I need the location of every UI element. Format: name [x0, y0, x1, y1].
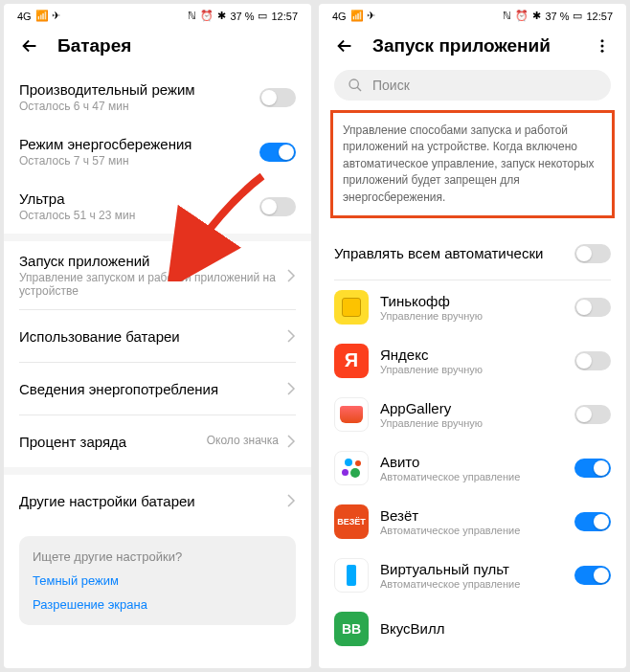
- divider: [4, 234, 311, 241]
- back-icon[interactable]: [334, 35, 355, 56]
- page-title: Запуск приложений: [372, 35, 551, 56]
- toggle-performance[interactable]: [259, 88, 296, 107]
- row-manage-all[interactable]: Управлять всем автоматически: [319, 228, 626, 280]
- toggle-ultra[interactable]: [259, 197, 296, 216]
- svg-point-0: [601, 39, 604, 42]
- toggle-app-remote[interactable]: [574, 566, 611, 585]
- alarm-icon: ⏰: [515, 10, 529, 22]
- more-icon[interactable]: [594, 37, 611, 55]
- battery-icon: ▭: [258, 10, 267, 22]
- app-icon-appgallery: [334, 397, 369, 432]
- svg-point-3: [349, 79, 358, 88]
- app-subtitle: Управление вручную: [380, 310, 563, 322]
- row-app-launch[interactable]: Запуск приложений Управление запуском и …: [4, 241, 311, 309]
- app-row-tinkoff[interactable]: Тинькофф Управление вручную: [319, 280, 626, 334]
- row-subtitle: Осталось 6 ч 47 мин: [19, 100, 259, 113]
- toggle-app-tinkoff[interactable]: [574, 298, 611, 317]
- battery-percent: 37 %: [545, 11, 569, 22]
- header: Батарея: [4, 26, 311, 70]
- info-description: Управление способами запуска и работой п…: [330, 110, 615, 218]
- app-icon-tinkoff: [334, 290, 369, 325]
- help-link-dark-mode[interactable]: Темный режим: [33, 573, 282, 588]
- search-input[interactable]: Поиск: [334, 70, 611, 101]
- screen-battery: 4G 📶 ✈ ℕ ⏰ ✱ 37 % ▭ 12:57 Батарея Произв…: [4, 4, 311, 668]
- toggle-app-appgallery[interactable]: [574, 405, 611, 424]
- chevron-right-icon: [286, 268, 296, 283]
- nfc-icon: ℕ: [503, 10, 511, 22]
- app-subtitle: Управление вручную: [380, 364, 563, 375]
- app-name: Яндекс: [380, 347, 563, 363]
- chevron-right-icon: [286, 434, 296, 449]
- signal-4g: 4G: [332, 11, 347, 22]
- svg-point-1: [601, 45, 604, 48]
- row-title: Ультра: [19, 190, 259, 207]
- chevron-right-icon: [286, 493, 296, 508]
- signal-4g: 4G: [17, 11, 32, 22]
- row-title: Управлять всем автоматически: [334, 245, 574, 261]
- app-name: ВкусВилл: [380, 620, 611, 637]
- help-link-resolution[interactable]: Разрешение экрана: [33, 597, 282, 612]
- screen-app-launch: 4G 📶 ✈ ℕ ⏰ ✱ 37 % ▭ 12:57 Запуск приложе…: [319, 4, 626, 668]
- app-name: AppGallery: [380, 400, 563, 416]
- chevron-right-icon: [286, 328, 296, 344]
- app-icon-vezet: ВЕЗЁТ: [334, 504, 369, 539]
- row-power-details[interactable]: Сведения энергопотребления: [4, 363, 311, 414]
- app-row-virtual-remote[interactable]: Виртуальный пульт Автоматическое управле…: [319, 549, 626, 602]
- signal-icons: 📶 ✈: [350, 10, 375, 22]
- row-subtitle: Управление запуском и работой приложений…: [19, 271, 286, 298]
- row-charge-percent[interactable]: Процент заряда Около значка: [4, 415, 311, 467]
- toggle-app-yandex[interactable]: [574, 351, 611, 370]
- chevron-right-icon: [286, 381, 296, 396]
- row-title: Режим энергосбережения: [19, 136, 259, 152]
- alarm-icon: ⏰: [200, 10, 214, 22]
- search-icon: [348, 78, 363, 93]
- app-name: Виртуальный пульт: [380, 561, 563, 577]
- app-name: Везёт: [380, 507, 563, 524]
- battery-icon: ▭: [573, 10, 582, 22]
- divider: [4, 467, 311, 475]
- toggle-app-vezet[interactable]: [574, 512, 611, 531]
- signal-icons: 📶 ✈: [35, 10, 60, 22]
- bluetooth-icon: ✱: [532, 10, 541, 22]
- row-title: Использование батареи: [19, 328, 286, 345]
- row-title: Другие настройки батареи: [19, 493, 286, 509]
- bluetooth-icon: ✱: [217, 10, 226, 22]
- app-icon-vkusvill: ВВ: [334, 612, 369, 646]
- row-subtitle: Осталось 51 ч 23 мин: [19, 209, 259, 222]
- search-placeholder: Поиск: [372, 78, 410, 93]
- app-subtitle: Автоматическое управление: [380, 578, 563, 590]
- app-row-appgallery[interactable]: AppGallery Управление вручную: [319, 388, 626, 441]
- app-name: Авито: [380, 454, 563, 470]
- row-performance-mode[interactable]: Производительный режим Осталось 6 ч 47 м…: [4, 70, 311, 124]
- row-power-saving[interactable]: Режим энергосбережения Осталось 7 ч 57 м…: [4, 124, 311, 179]
- app-subtitle: Управление вручную: [380, 417, 563, 429]
- app-icon-avito: [334, 451, 369, 485]
- row-ultra[interactable]: Ультра Осталось 51 ч 23 мин: [4, 179, 311, 234]
- app-row-avito[interactable]: Авито Автоматическое управление: [319, 441, 626, 495]
- row-title: Сведения энергопотребления: [19, 381, 286, 397]
- app-row-vkusvill[interactable]: ВВ ВкусВилл: [319, 602, 626, 656]
- status-bar: 4G 📶 ✈ ℕ ⏰ ✱ 37 % ▭ 12:57: [4, 4, 311, 26]
- app-icon-remote: [334, 558, 369, 593]
- status-bar: 4G 📶 ✈ ℕ ⏰ ✱ 37 % ▭ 12:57: [319, 4, 626, 26]
- back-icon[interactable]: [19, 35, 40, 56]
- help-title: Ищете другие настройки?: [33, 549, 282, 564]
- app-row-yandex[interactable]: Я Яндекс Управление вручную: [319, 334, 626, 388]
- row-value: Около значка: [207, 434, 279, 449]
- app-subtitle: Автоматическое управление: [380, 471, 563, 482]
- toggle-app-avito[interactable]: [574, 459, 611, 478]
- clock: 12:57: [586, 11, 613, 22]
- toggle-manage-all[interactable]: [574, 244, 611, 263]
- header: Запуск приложений: [319, 26, 626, 70]
- nfc-icon: ℕ: [188, 10, 196, 22]
- app-subtitle: Автоматическое управление: [380, 525, 563, 536]
- app-row-vezet[interactable]: ВЕЗЁТ Везёт Автоматическое управление: [319, 495, 626, 549]
- app-name: Тинькофф: [380, 293, 563, 309]
- toggle-power-saving[interactable]: [259, 143, 296, 162]
- battery-percent: 37 %: [230, 11, 254, 22]
- row-other-settings[interactable]: Другие настройки батареи: [4, 475, 311, 526]
- row-title: Процент заряда: [19, 434, 207, 450]
- app-icon-yandex: Я: [334, 344, 369, 378]
- row-battery-usage[interactable]: Использование батареи: [4, 310, 311, 362]
- help-box: Ищете другие настройки? Темный режим Раз…: [19, 536, 296, 625]
